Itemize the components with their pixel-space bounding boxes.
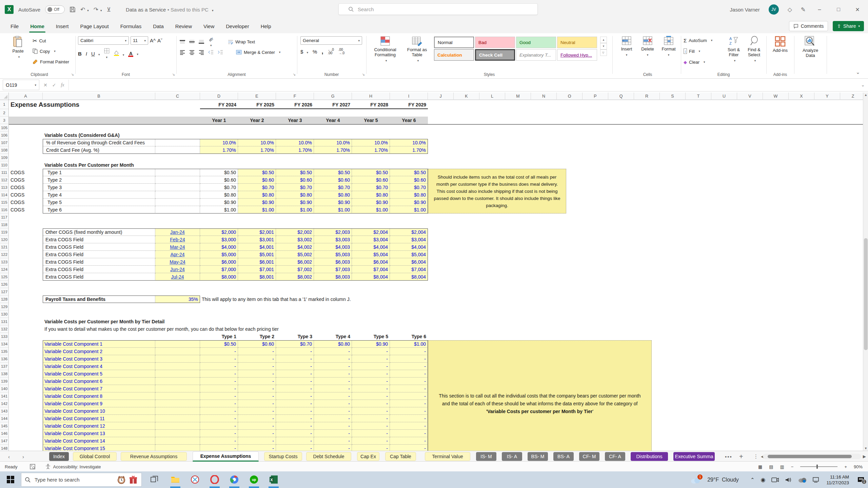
date-link[interactable]: Feb-24 bbox=[155, 236, 200, 243]
cell[interactable]: - bbox=[276, 363, 314, 370]
sheet-tab-expense-assumptions[interactable]: Expense Assumptions bbox=[193, 451, 259, 462]
cell[interactable]: Type 6 bbox=[43, 206, 155, 214]
cell[interactable]: $8,001 bbox=[238, 273, 276, 281]
cell[interactable]: - bbox=[314, 415, 352, 422]
cell[interactable] bbox=[155, 146, 200, 154]
cell[interactable]: $0.80 bbox=[238, 191, 276, 199]
insert-function-icon[interactable]: fx bbox=[61, 82, 64, 88]
sheet-tab-is-m[interactable]: IS- M bbox=[476, 452, 496, 461]
cell[interactable]: - bbox=[200, 355, 238, 363]
cell[interactable]: Other COGS (fixed monthly amount) bbox=[43, 228, 155, 236]
cell[interactable]: $3,002 bbox=[276, 236, 314, 243]
cell[interactable]: - bbox=[238, 445, 276, 451]
paste-button[interactable]: Paste▾ bbox=[8, 36, 28, 60]
cell[interactable] bbox=[155, 392, 200, 400]
cell[interactable]: 10.0% bbox=[314, 139, 352, 146]
horizontal-scroll-thumb[interactable] bbox=[768, 455, 852, 458]
cell[interactable]: - bbox=[314, 400, 352, 407]
sheet-nav-left-icon[interactable]: ‹ bbox=[8, 451, 10, 462]
ribbon-tab-help[interactable]: Help bbox=[255, 19, 277, 33]
cell[interactable]: - bbox=[238, 385, 276, 392]
cell[interactable]: Type 5 bbox=[43, 199, 155, 206]
column-header-R[interactable]: R bbox=[634, 93, 660, 100]
underline-button[interactable]: U ▾ bbox=[91, 51, 100, 57]
analyze-data-button[interactable]: AnalyzeData bbox=[798, 36, 823, 58]
row-header-136[interactable]: 136 bbox=[0, 355, 8, 363]
cell[interactable]: - bbox=[238, 407, 276, 415]
cell[interactable] bbox=[155, 348, 200, 355]
cogs-tag[interactable]: COGS bbox=[9, 169, 43, 176]
column-header-H[interactable]: H bbox=[352, 93, 390, 100]
cell[interactable]: - bbox=[314, 370, 352, 378]
row-header-144[interactable]: 144 bbox=[0, 415, 8, 422]
cell[interactable] bbox=[155, 370, 200, 378]
align-left-icon[interactable] bbox=[180, 49, 185, 55]
cell[interactable]: $0.70 bbox=[276, 340, 314, 348]
wrap-text-button[interactable]: Wrap Text bbox=[228, 38, 255, 46]
cell[interactable]: - bbox=[238, 348, 276, 355]
formula-cancel-icon[interactable]: ✕ bbox=[43, 82, 47, 88]
snipping-tool-icon[interactable] bbox=[189, 474, 201, 485]
column-header-E[interactable]: E bbox=[238, 93, 276, 100]
cell[interactable] bbox=[155, 363, 200, 370]
percent-style-button[interactable]: % bbox=[313, 49, 317, 55]
formula-bar-expand-icon[interactable]: ⌄ bbox=[858, 79, 868, 91]
cell[interactable]: Variable Cost Component 9 bbox=[43, 400, 155, 407]
cell[interactable]: - bbox=[238, 378, 276, 385]
upwork-icon[interactable]: up bbox=[248, 474, 260, 485]
cell[interactable]: - bbox=[314, 437, 352, 445]
excel-app-icon[interactable]: X bbox=[5, 5, 14, 14]
cell[interactable]: - bbox=[276, 355, 314, 363]
cell[interactable]: $3,003 bbox=[314, 236, 352, 243]
sheet-tab-distributions[interactable]: Distributions bbox=[631, 452, 668, 461]
cell[interactable]: Extra COGS Field bbox=[43, 251, 155, 258]
column-header-N[interactable]: N bbox=[531, 93, 557, 100]
gallery-down-icon[interactable]: ▼ bbox=[600, 43, 607, 49]
cell[interactable]: - bbox=[276, 385, 314, 392]
cell[interactable]: $5,003 bbox=[314, 251, 352, 258]
ribbon-tab-file[interactable]: File bbox=[5, 19, 24, 33]
cell[interactable]: - bbox=[238, 430, 276, 437]
format-painter-button[interactable]: Format Painter bbox=[33, 58, 69, 66]
cell[interactable]: - bbox=[314, 430, 352, 437]
cell[interactable]: - bbox=[200, 370, 238, 378]
row-header-108[interactable]: 108 bbox=[0, 146, 8, 154]
cell[interactable]: $4,004 bbox=[352, 243, 390, 251]
cell[interactable]: $0.60 bbox=[314, 176, 352, 184]
accounting-format-button[interactable]: $ ▾ bbox=[300, 49, 308, 55]
cell[interactable]: - bbox=[390, 430, 428, 437]
cell[interactable]: Extra COGS Field bbox=[43, 243, 155, 251]
cell[interactable]: $0.80 bbox=[200, 191, 238, 199]
column-header-U[interactable]: U bbox=[711, 93, 737, 100]
scroll-down-arrow[interactable]: ▼ bbox=[863, 447, 868, 450]
date-link[interactable]: Jun-24 bbox=[155, 266, 200, 273]
cell[interactable]: $6,000 bbox=[200, 258, 238, 266]
cell[interactable]: $0.90 bbox=[314, 199, 352, 206]
name-box[interactable]: O119▾ bbox=[3, 80, 39, 90]
year-header[interactable]: Year 3 bbox=[276, 117, 314, 124]
cogs-tag[interactable]: COGS bbox=[9, 176, 43, 184]
column-header-P[interactable]: P bbox=[583, 93, 608, 100]
cell[interactable]: - bbox=[390, 400, 428, 407]
cell[interactable]: - bbox=[238, 392, 276, 400]
cell[interactable]: Variable Cost Component 10 bbox=[43, 407, 155, 415]
cell[interactable]: $8,000 bbox=[200, 273, 238, 281]
select-all-corner[interactable] bbox=[0, 93, 9, 100]
cell[interactable]: 10.0% bbox=[238, 139, 276, 146]
cell[interactable]: $8,003 bbox=[314, 273, 352, 281]
chrome-icon[interactable] bbox=[229, 474, 240, 485]
cell[interactable]: - bbox=[200, 407, 238, 415]
row-header-113[interactable]: 113 bbox=[0, 184, 8, 191]
cell[interactable]: $0.50 bbox=[200, 169, 238, 176]
column-header-Y[interactable]: Y bbox=[814, 93, 840, 100]
cell[interactable]: - bbox=[276, 437, 314, 445]
zoom-out-icon[interactable]: − bbox=[791, 464, 794, 469]
row-header-129[interactable]: 129 bbox=[0, 303, 8, 310]
row-header-109[interactable]: 109 bbox=[0, 154, 8, 161]
font-color-button[interactable]: A ▾ bbox=[128, 50, 138, 57]
row-header-112[interactable]: 112 bbox=[0, 176, 8, 184]
cell[interactable]: Extra COGS Field bbox=[43, 236, 155, 243]
comments-button[interactable]: Comments bbox=[789, 21, 828, 31]
cell[interactable] bbox=[155, 191, 200, 199]
cell[interactable]: - bbox=[276, 370, 314, 378]
